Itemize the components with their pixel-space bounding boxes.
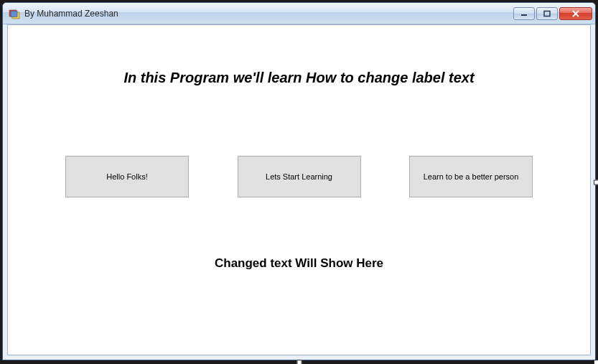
minimize-button[interactable] [513, 7, 535, 20]
start-learning-button[interactable]: Lets Start Learning [238, 156, 361, 197]
close-icon [571, 10, 580, 17]
heading-label: In this Program we'll learn How to chang… [8, 70, 590, 86]
hello-folks-button[interactable]: Hello Folks! [65, 156, 189, 197]
better-person-button[interactable]: Learn to be a better person [409, 156, 533, 197]
maximize-button[interactable] [536, 7, 558, 20]
svg-rect-2 [11, 11, 17, 17]
button-label: Lets Start Learning [266, 172, 332, 181]
resize-handle-bottom[interactable] [296, 360, 302, 360]
window-controls [513, 7, 592, 20]
client-area: In this Program we'll learn How to chang… [7, 24, 591, 355]
titlebar[interactable]: By Muhammad Zeeshan [3, 3, 595, 24]
resize-handle-corner[interactable] [594, 360, 596, 360]
window-frame: By Muhammad Zeeshan In this Program we'l… [2, 2, 596, 360]
maximize-icon [543, 10, 551, 17]
output-label: Changed text Will Show Here [8, 256, 590, 271]
resize-handle-right[interactable] [594, 179, 596, 185]
minimize-icon [520, 10, 528, 17]
close-button[interactable] [559, 7, 592, 20]
button-label: Learn to be a better person [424, 172, 519, 181]
svg-rect-3 [521, 14, 527, 16]
button-label: Hello Folks! [106, 172, 147, 181]
app-icon [9, 8, 20, 19]
buttons-row: Hello Folks! Lets Start Learning Learn t… [65, 156, 533, 197]
window-title: By Muhammad Zeeshan [24, 9, 513, 19]
svg-rect-4 [544, 11, 550, 16]
